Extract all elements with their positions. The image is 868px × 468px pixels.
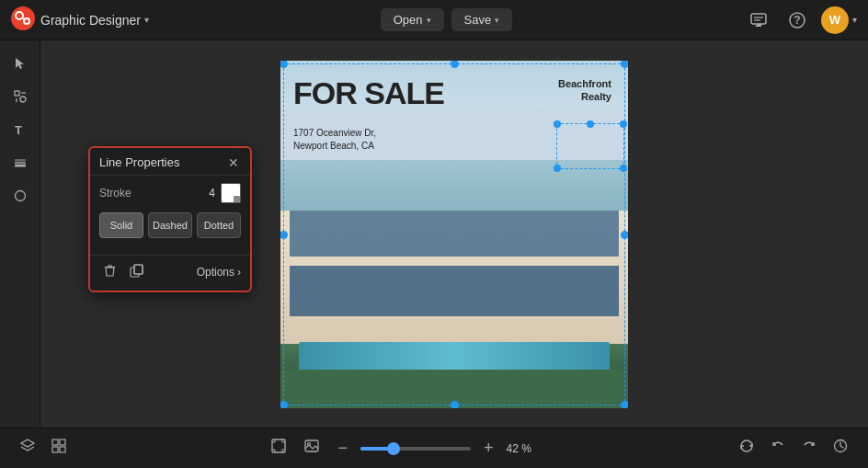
panel-header: Line Properties ✕ xyxy=(90,148,250,176)
zoom-minus-label: − xyxy=(337,439,348,457)
house-background xyxy=(280,160,628,408)
redo-button[interactable] xyxy=(796,434,822,462)
svg-rect-22 xyxy=(52,439,58,445)
app-title-text: Graphic Designer xyxy=(40,13,141,28)
topbar-right: ? W ▾ xyxy=(744,6,857,35)
panel-body: Stroke 4 Solid Dashed Dotted xyxy=(90,176,250,255)
tool-layers[interactable] xyxy=(5,147,36,178)
image-button[interactable] xyxy=(299,434,325,462)
panel-close-button[interactable]: ✕ xyxy=(226,156,241,169)
grid-button[interactable] xyxy=(46,434,72,462)
comment-button[interactable] xyxy=(744,6,773,35)
text-handle-tl xyxy=(554,120,561,128)
text-handle-tm xyxy=(587,120,594,128)
svg-rect-9 xyxy=(15,91,19,96)
house-windows-bottom xyxy=(290,266,619,316)
stroke-row: Stroke 4 xyxy=(99,183,241,203)
svg-rect-16 xyxy=(15,165,26,167)
svg-text:T: T xyxy=(15,123,22,137)
history-button[interactable] xyxy=(828,434,853,462)
canvas-area[interactable]: Line Properties ✕ Stroke 4 Solid Dashed … xyxy=(40,40,868,428)
topbar: Graphic Designer ▾ Open ▾ Save ▾ ? xyxy=(0,0,868,40)
address-line1: 1707 Oceanview Dr, xyxy=(293,128,376,138)
zoom-out-button[interactable]: − xyxy=(332,437,353,460)
svg-text:?: ? xyxy=(794,14,800,27)
panel-actions: Options › xyxy=(90,255,250,291)
avatar-letter: W xyxy=(829,13,840,27)
pool xyxy=(299,342,610,371)
canvas-card: FOR SALE BeachfrontRealty 1707 Oceanview… xyxy=(280,61,628,408)
tool-circle[interactable] xyxy=(5,180,36,211)
bottom-right xyxy=(734,434,853,462)
svg-rect-23 xyxy=(60,439,65,445)
svg-rect-4 xyxy=(751,14,766,24)
tool-shapes[interactable] xyxy=(5,81,36,112)
svg-rect-20 xyxy=(134,265,143,274)
loop-button[interactable] xyxy=(734,434,760,462)
svg-rect-26 xyxy=(272,439,285,452)
svg-rect-25 xyxy=(60,447,65,452)
zoom-slider[interactable] xyxy=(360,447,471,451)
address-line2: Newport Beach, CA xyxy=(293,141,374,151)
zoom-plus-label: + xyxy=(484,439,494,457)
stroke-color-picker[interactable] xyxy=(221,183,241,203)
bottom-center: − + 42 % xyxy=(79,434,726,462)
options-chevron: › xyxy=(237,266,241,279)
svg-rect-15 xyxy=(15,162,26,165)
style-dotted-button[interactable]: Dotted xyxy=(197,212,241,238)
house-windows-top xyxy=(290,211,619,257)
undo-button[interactable] xyxy=(765,434,791,462)
open-label: Open xyxy=(394,13,423,27)
open-button[interactable]: Open ▾ xyxy=(381,8,444,31)
duplicate-button[interactable] xyxy=(126,261,147,283)
svg-point-10 xyxy=(20,97,26,102)
zoom-in-button[interactable]: + xyxy=(478,437,499,460)
frame-button[interactable] xyxy=(266,434,291,462)
tool-cursor[interactable] xyxy=(5,48,36,79)
topbar-center: Open ▾ Save ▾ xyxy=(149,8,744,31)
svg-point-17 xyxy=(15,191,25,201)
left-sidebar: T xyxy=(0,40,40,428)
avatar-chevron: ▾ xyxy=(852,15,857,25)
svg-rect-14 xyxy=(15,159,26,162)
address-text: 1707 Oceanview Dr, Newport Beach, CA xyxy=(293,127,376,153)
layers-button[interactable] xyxy=(15,434,40,462)
zoom-slider-thumb[interactable] xyxy=(387,442,400,455)
options-button[interactable]: Options › xyxy=(197,266,241,279)
svg-line-3 xyxy=(23,18,25,19)
bottombar: − + 42 % xyxy=(0,428,868,468)
agency-text: BeachfrontRealty xyxy=(558,78,611,102)
stroke-value: 4 xyxy=(197,187,215,200)
help-button[interactable]: ? xyxy=(782,6,812,35)
open-chevron: ▾ xyxy=(427,16,431,25)
save-chevron: ▾ xyxy=(495,16,499,25)
main-area: T Line Properties ✕ Stroke xyxy=(0,40,868,428)
options-label: Options xyxy=(197,266,234,279)
panel-title: Line Properties xyxy=(99,155,179,169)
zoom-level-label: 42 % xyxy=(507,442,540,455)
user-avatar-wrap[interactable]: W ▾ xyxy=(821,6,857,34)
canvas-image-wrap[interactable]: FOR SALE BeachfrontRealty 1707 Oceanview… xyxy=(280,61,628,408)
grass xyxy=(280,370,628,408)
tool-text[interactable]: T xyxy=(5,114,36,145)
stroke-label: Stroke xyxy=(99,187,191,200)
line-style-row: Solid Dashed Dotted xyxy=(99,212,241,238)
save-label: Save xyxy=(464,13,492,27)
text-handle-tr xyxy=(620,120,627,128)
svg-rect-24 xyxy=(52,447,58,452)
app-title[interactable]: Graphic Designer ▾ xyxy=(40,13,149,28)
svg-rect-27 xyxy=(305,440,318,451)
line-properties-panel: Line Properties ✕ Stroke 4 Solid Dashed … xyxy=(88,146,252,292)
style-solid-button[interactable]: Solid xyxy=(99,212,143,238)
style-dashed-button[interactable]: Dashed xyxy=(148,212,192,238)
for-sale-text: FOR SALE xyxy=(293,77,444,108)
agency-name: BeachfrontRealty xyxy=(558,77,611,104)
app-logo xyxy=(11,6,35,34)
delete-button[interactable] xyxy=(99,261,120,283)
save-button[interactable]: Save ▾ xyxy=(451,8,513,31)
bottom-left xyxy=(15,434,72,462)
avatar: W xyxy=(821,6,849,34)
